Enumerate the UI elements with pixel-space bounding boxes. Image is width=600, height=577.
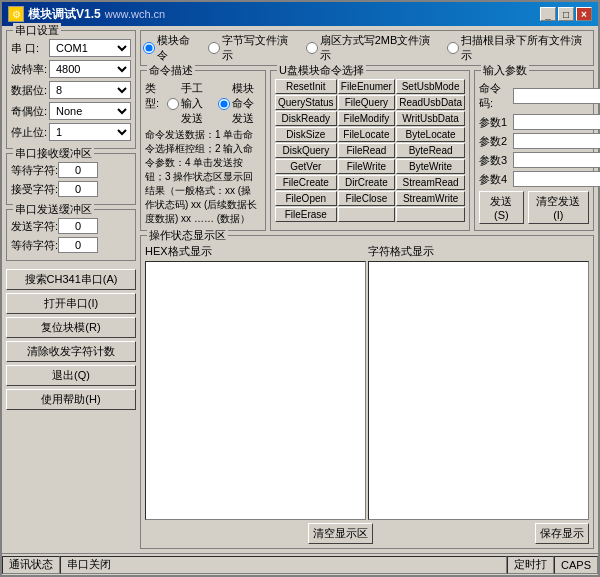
param1-label: 参数1	[479, 115, 511, 130]
mode-radio-group: 模块命令 字节写文件演示 扇区方式写2MB文件演示 扫描根目录下所有文件演示	[140, 30, 594, 66]
close-button[interactable]: ×	[576, 7, 592, 21]
send-char-input[interactable]	[58, 218, 98, 234]
search-port-button[interactable]: 搜索CH341串口(A)	[6, 269, 136, 290]
main-content: 串口设置 串 口: COM1COM2COM3 波特率: 480096001152…	[2, 26, 598, 553]
reset-module-button[interactable]: 复位块模(R)	[6, 317, 136, 338]
type-radio-manual[interactable]: 手工输入发送	[167, 81, 210, 126]
clear-count-button[interactable]: 清除收发字符计数	[6, 341, 136, 362]
recv-buffer-group: 串口接收缓冲区 等待字符: 接受字符:	[6, 153, 136, 205]
cmd-ReadUsbData[interactable]: ReadUsbData	[396, 95, 465, 110]
params-title: 输入参数	[481, 63, 529, 78]
char-display-area: 字符格式显示	[368, 244, 589, 520]
cmd-StreamWrite[interactable]: StreamWrite	[396, 191, 465, 206]
char-display-textarea[interactable]	[368, 261, 589, 520]
accept-char-label: 接受字符:	[11, 182, 58, 197]
cmd-FileCreate[interactable]: FileCreate	[275, 175, 337, 190]
cmd-ByteRead[interactable]: ByteRead	[396, 143, 465, 158]
mode-radio-scan-files[interactable]: 扫描根目录下所有文件演示	[447, 33, 591, 63]
baud-select[interactable]: 48009600115200	[49, 60, 131, 78]
cmd-FileOpen[interactable]: FileOpen	[275, 191, 337, 206]
status-bar: 通讯状态 串口关闭 定时打 CAPS	[2, 553, 598, 575]
cmd-DiskReady[interactable]: DiskReady	[275, 111, 337, 126]
stop-bits-select[interactable]: 11.52	[49, 123, 131, 141]
title-bar: ⚙ 模块调试V1.5 www.wch.cn _ □ ×	[2, 2, 598, 26]
port-label: 串 口:	[11, 41, 49, 56]
cmd-DiskQuery[interactable]: DiskQuery	[275, 143, 337, 158]
cmd-description-title: 命令描述	[147, 63, 195, 78]
param4-input[interactable]	[513, 171, 600, 187]
wait-send-label: 等待字符:	[11, 238, 58, 253]
udisk-cmd-title: U盘模块命令选择	[277, 63, 366, 78]
send-char-label: 发送字符:	[11, 219, 58, 234]
minimize-button[interactable]: _	[540, 7, 556, 21]
app-icon: ⚙	[8, 6, 24, 22]
cmd-ResetInit[interactable]: ResetInit	[275, 79, 337, 94]
cmd-StreamRead[interactable]: StreamRead	[396, 175, 465, 190]
cmd-ByteWrite[interactable]: ByteWrite	[396, 159, 465, 174]
wait-char-label: 等待字符:	[11, 163, 58, 178]
cmd-SetUsbMode[interactable]: SetUsbMode	[396, 79, 465, 94]
cmd-FileQuery[interactable]: FileQuery	[338, 95, 396, 110]
param3-input[interactable]	[513, 152, 600, 168]
cmd-FileRead[interactable]: FileRead	[338, 143, 396, 158]
timer-status: 定时打	[507, 556, 554, 574]
cmd-DirCreate[interactable]: DirCreate	[338, 175, 396, 190]
stop-bits-label: 停止位:	[11, 125, 49, 140]
save-display-button[interactable]: 保存显示	[535, 523, 589, 544]
wait-send-input[interactable]	[58, 237, 98, 253]
cmd-FileWrite[interactable]: FileWrite	[338, 159, 396, 174]
cmd-QueryStatus[interactable]: QueryStatus	[275, 95, 337, 110]
serial-settings-title: 串口设置	[13, 23, 61, 38]
maximize-button[interactable]: □	[558, 7, 574, 21]
cmd-FileEnumer[interactable]: FileEnumer	[338, 79, 396, 94]
help-button[interactable]: 使用帮助(H)	[6, 389, 136, 410]
hex-display-label: HEX格式显示	[145, 244, 366, 259]
main-window: ⚙ 模块调试V1.5 www.wch.cn _ □ × 串口设置 串 口: CO…	[0, 0, 600, 577]
clear-display-button[interactable]: 清空显示区	[308, 523, 373, 544]
parity-select[interactable]: NoneEvenOdd	[49, 102, 131, 120]
caps-status: CAPS	[554, 556, 598, 574]
mode-radio-module-cmd[interactable]: 模块命令	[143, 33, 200, 63]
cmd-empty1	[338, 207, 396, 222]
cmd-DiskSize[interactable]: DiskSize	[275, 127, 337, 142]
param3-label: 参数3	[479, 153, 511, 168]
cmd-FileLocate[interactable]: FileLocate	[338, 127, 396, 142]
wait-char-input[interactable]	[58, 162, 98, 178]
open-port-button[interactable]: 打开串口(I)	[6, 293, 136, 314]
cmd-FileModify[interactable]: FileModify	[338, 111, 396, 126]
mode-radio-byte-write[interactable]: 字节写文件演示	[208, 33, 298, 63]
cmd-FileClose[interactable]: FileClose	[338, 191, 396, 206]
cmd-WritUsbData[interactable]: WritUsbData	[396, 111, 465, 126]
param1-input[interactable]	[513, 114, 600, 130]
cmd-code-input[interactable]	[513, 88, 600, 104]
params-group: 输入参数 命令码: 参数1 参数2	[474, 70, 594, 231]
data-bits-select[interactable]: 876	[49, 81, 131, 99]
udisk-cmd-group: U盘模块命令选择 ResetInit FileEnumer SetUsbMode…	[270, 70, 470, 231]
accept-char-input[interactable]	[58, 181, 98, 197]
cmd-ByteLocate[interactable]: ByteLocate	[396, 127, 465, 142]
param4-label: 参数4	[479, 172, 511, 187]
type-radio-group: 类型: 手工输入发送 模块命令发送	[145, 81, 261, 126]
cmd-GetVer[interactable]: GetVer	[275, 159, 337, 174]
type-radio-module[interactable]: 模块命令发送	[218, 81, 261, 126]
hex-display-textarea[interactable]	[145, 261, 366, 520]
param2-input[interactable]	[513, 133, 600, 149]
udisk-cmd-grid: ResetInit FileEnumer SetUsbMode QuerySta…	[275, 79, 465, 222]
left-panel: 串口设置 串 口: COM1COM2COM3 波特率: 480096001152…	[6, 30, 136, 549]
clear-send-button[interactable]: 清空发送(I)	[528, 191, 589, 224]
type-label: 类型:	[145, 81, 159, 126]
port-select[interactable]: COM1COM2COM3	[49, 39, 131, 57]
port-status: 串口关闭	[60, 556, 507, 574]
char-display-label: 字符格式显示	[368, 244, 589, 259]
baud-label: 波特率:	[11, 62, 49, 77]
window-title: 模块调试V1.5	[28, 6, 101, 23]
serial-settings-group: 串口设置 串 口: COM1COM2COM3 波特率: 480096001152…	[6, 30, 136, 149]
middle-section: 命令描述 类型: 手工输入发送 模块命令发送 命令发送数据：1 单击命令选择框控…	[140, 70, 594, 231]
send-button[interactable]: 发送(S)	[479, 191, 524, 224]
send-buffer-title: 串口发送缓冲区	[13, 202, 94, 217]
param2-label: 参数2	[479, 134, 511, 149]
cmd-FileErase[interactable]: FileErase	[275, 207, 337, 222]
comm-status: 通讯状态	[2, 556, 60, 574]
mode-radio-sector-write[interactable]: 扇区方式写2MB文件演示	[306, 33, 440, 63]
quit-button[interactable]: 退出(Q)	[6, 365, 136, 386]
